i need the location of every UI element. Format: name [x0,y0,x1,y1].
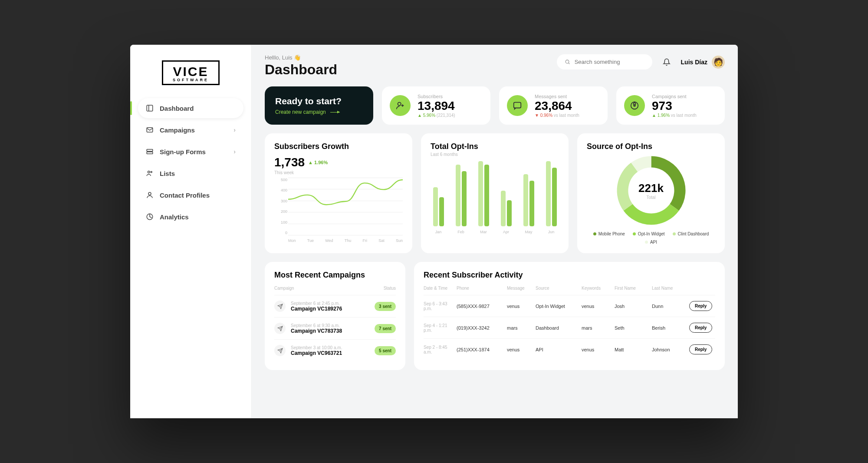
activity-source: Dashboard [536,325,579,331]
stat-delta: ▼ 0.96% vs last month [535,113,579,118]
activity-col: Source [536,286,579,291]
send-icon [274,323,286,334]
stat-value: 13,894 [418,100,455,112]
optins-card: Total Opt-Ins Last 6 months JanFebMarApr… [421,133,569,253]
chevron-right-icon: › [233,148,236,155]
sidebar-item-campaigns[interactable]: Campaigns› [138,120,243,140]
subscribers-growth-card: Subscribers Growth 1,738 ▲ 1.96% This we… [265,133,412,253]
brand-main: VICE [173,65,209,78]
stat-value: 23,864 [535,100,579,112]
activity-message: mars [507,325,533,331]
nav-label: Lists [160,170,175,177]
stat-delta: ▲ 1.96% vs last month [652,113,697,118]
svg-point-7 [148,192,151,195]
activity-phone: (251)XXX-1874 [457,347,504,352]
activity-message: venus [507,304,533,309]
brand-logo: VICE SOFTWARE [130,45,251,98]
campaign-name: Campaign VC783738 [291,328,375,334]
subscribers-growth-title: Subscribers Growth [274,142,403,151]
sidebar: VICE SOFTWARE DashboardCampaigns›Sign-up… [130,45,252,418]
activity-source: Opt-In Widget [536,304,579,309]
sidebar-item-lists[interactable]: Lists [138,163,243,183]
stat-icon [507,95,528,116]
activity-firstname: Seth [615,325,649,331]
cta-title: Ready to start? [275,96,363,106]
optins-title: Total Opt-Ins [431,142,559,151]
bar-jun: Jun [545,161,557,234]
nav-label: Dashboard [160,105,194,112]
svg-rect-3 [147,149,153,152]
legend-item: Mobile Phone [593,232,625,236]
optins-sub: Last 6 months [431,152,559,157]
svg-rect-0 [147,105,153,111]
activity-col: First Name [615,286,649,291]
subscriber-activity-card: Recent Subscriber Activity Date & TimePh… [414,262,725,370]
sidebar-item-contact-profiles[interactable]: Contact Profiles [138,185,243,205]
topbar: Helllo, Luis 👋 Dashboard Luis Díaz 🧑 [265,54,725,78]
chevron-right-icon: › [233,126,236,133]
search-box[interactable] [557,54,652,69]
send-icon [274,345,286,356]
reply-button[interactable]: Reply [689,323,712,333]
nav-icon [146,126,154,134]
activity-keywords: venus [582,347,612,352]
activity-lastname: Berish [652,325,687,331]
bar-may: May [523,174,535,234]
sidebar-item-analytics[interactable]: Analytics [138,207,243,227]
status-badge: 3 sent [375,302,396,311]
subscribers-growth-value: 1,738 [274,155,305,169]
campaigns-col-status: Status [365,286,396,291]
source-title: Source of Opt-Ins [587,142,715,151]
source-optins-card: Source of Opt-Ins 221k Total Mobile Phon… [577,133,725,253]
page-title: Dashboard [265,62,337,78]
svg-point-5 [148,171,150,173]
campaigns-col-campaign: Campaign [274,286,365,291]
campaign-row[interactable]: September 6 at 2:45 p.m.Campaign VC18927… [274,295,396,317]
cta-create-campaign[interactable]: Create new campaign [275,109,363,115]
sidebar-item-dashboard[interactable]: Dashboard [138,98,243,118]
activity-date: Sep 4 - 1:21 p.m. [424,323,454,333]
subscribers-growth-sub: This week [274,170,403,175]
search-input[interactable] [575,59,644,65]
activity-lastname: Dunn [652,304,687,309]
donut-label: Total [646,195,655,200]
campaign-row[interactable]: September 3 at 10:00 a.m.Campaign VC9637… [274,339,396,361]
nav-icon [146,213,154,221]
nav-icon [146,191,154,199]
activity-date: Sep 6 - 3:43 p.m. [424,301,454,311]
subscribers-growth-delta: ▲ 1.96% [308,160,328,165]
send-icon [274,301,286,312]
bar-jan: Jan [432,187,444,234]
campaign-date: September 6 at 2:45 p.m. [291,301,375,306]
nav-label: Analytics [160,213,189,221]
stat-value: 973 [652,100,697,112]
greeting: Helllo, Luis 👋 [265,54,337,61]
stat-delta: ▲ 5.96% (221,314) [418,113,455,118]
legend-item: API [645,240,657,245]
activity-row: Sep 4 - 1:21 p.m.(019)XXX-3242marsDashbo… [424,317,715,338]
donut-value: 221k [638,182,664,195]
reply-button[interactable]: Reply [689,344,712,354]
cta-card: Ready to start? Create new campaign [265,86,373,125]
user-name: Luis Díaz [681,59,707,66]
user-menu[interactable]: Luis Díaz 🧑 [681,56,725,69]
activity-col: Message [507,286,533,291]
search-icon [565,59,570,65]
campaign-date: September 3 at 10:00 a.m. [291,345,375,350]
activity-date: Sep 2 - 8:45 a.m. [424,345,454,354]
bar-mar: Mar [477,161,490,234]
campaign-row[interactable]: September 6 at 9:30 a.m.Campaign VC78373… [274,317,396,339]
campaign-name: Campaign VC963721 [291,350,375,356]
nav-icon [146,148,154,155]
bar-feb: Feb [455,165,467,235]
stat-label: Messages sent [535,94,579,99]
activity-lastname: Johnson [652,347,687,352]
activity-col: Date & Time [424,286,454,291]
nav-label: Sign-up Forms [160,148,206,155]
sidebar-item-sign-up-forms[interactable]: Sign-up Forms› [138,142,243,162]
activity-keywords: venus [582,304,612,309]
campaign-name: Campaign VC189276 [291,306,375,312]
reply-button[interactable]: Reply [689,301,712,311]
bell-icon[interactable] [663,58,671,66]
stat-card-messages-sent: Messages sent23,864▼ 0.96% vs last month [499,86,608,125]
